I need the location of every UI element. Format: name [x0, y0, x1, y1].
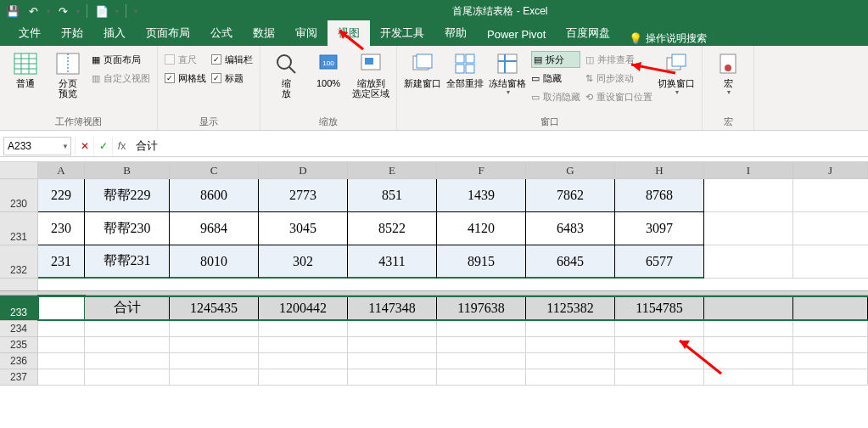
cell[interactable]: 8600	[170, 179, 259, 212]
zoomtosel-button[interactable]: 缩放到 选定区域	[352, 49, 389, 99]
cell[interactable]: 1154785	[615, 296, 704, 321]
cell[interactable]	[615, 353, 704, 369]
row-header-active[interactable]: 233	[0, 296, 38, 321]
ruler-checkbox[interactable]: 直尺	[165, 51, 206, 68]
cell[interactable]	[793, 245, 868, 279]
cell[interactable]	[704, 353, 793, 369]
cell[interactable]	[704, 179, 793, 212]
cell[interactable]	[704, 245, 793, 279]
pagelayout-button[interactable]: ▦页面布局	[92, 51, 150, 68]
redo-icon[interactable]: ↷	[55, 3, 70, 19]
chevron-down-icon[interactable]: ▼	[62, 143, 69, 150]
cell[interactable]	[348, 369, 437, 386]
unhide-button[interactable]: ▭取消隐藏	[531, 88, 580, 105]
col-header-j[interactable]: J	[793, 162, 868, 178]
cell[interactable]	[793, 369, 868, 386]
chevron-down-icon[interactable]: ▾	[76, 8, 80, 15]
cell[interactable]	[526, 321, 615, 337]
cell[interactable]	[259, 337, 348, 353]
cell[interactable]	[437, 337, 526, 353]
tab-file[interactable]: 文件	[8, 20, 51, 46]
col-header-c[interactable]: C	[170, 162, 259, 178]
cell[interactable]	[259, 321, 348, 337]
cell[interactable]	[526, 353, 615, 369]
cell[interactable]	[793, 337, 868, 353]
row-header[interactable]: 230	[0, 179, 38, 212]
cell[interactable]: 2773	[259, 179, 348, 212]
cell[interactable]	[615, 321, 704, 337]
cell[interactable]: 帮帮231	[85, 245, 170, 279]
save-icon[interactable]: 💾	[5, 3, 20, 19]
tab-powerpivot[interactable]: Power Pivot	[477, 23, 556, 46]
syncscroll-button[interactable]: ⇅同步滚动	[585, 70, 652, 87]
formulabar-checkbox[interactable]: ✓编辑栏	[211, 51, 253, 68]
cell[interactable]	[704, 321, 793, 337]
cell[interactable]: 851	[348, 179, 437, 212]
cell[interactable]	[348, 337, 437, 353]
col-header-h[interactable]: H	[615, 162, 704, 178]
cell[interactable]: 4311	[348, 245, 437, 279]
freeze-button[interactable]: 冻结窗格 ▾	[489, 49, 526, 96]
spreadsheet-grid[interactable]: A B C D E F G H I J 230 229 帮帮229 8600 2…	[0, 162, 868, 386]
col-header-i[interactable]: I	[704, 162, 793, 178]
cell[interactable]	[437, 369, 526, 386]
cell[interactable]	[259, 353, 348, 369]
col-header-a[interactable]: A	[38, 162, 85, 178]
cell[interactable]	[793, 212, 868, 245]
customview-button[interactable]: ▥自定义视图	[92, 70, 150, 87]
col-header-g[interactable]: G	[526, 162, 615, 178]
cell[interactable]	[38, 353, 85, 369]
cell[interactable]	[526, 337, 615, 353]
confirm-icon[interactable]: ✓	[93, 137, 112, 155]
cell[interactable]: 1147348	[348, 296, 437, 321]
formula-input[interactable]	[131, 137, 868, 155]
cell[interactable]: 1439	[437, 179, 526, 212]
split-button[interactable]: ▤拆分	[531, 51, 580, 68]
cell[interactable]: 帮帮230	[85, 212, 170, 245]
cell[interactable]	[38, 369, 85, 386]
cell[interactable]	[793, 353, 868, 369]
cell[interactable]: 8522	[348, 212, 437, 245]
cell[interactable]: 3045	[259, 212, 348, 245]
cell[interactable]: 6845	[526, 245, 615, 279]
cell[interactable]: 9684	[170, 212, 259, 245]
cell[interactable]	[704, 369, 793, 386]
cell[interactable]: 合计	[85, 296, 170, 321]
active-cell[interactable]	[38, 296, 85, 321]
cell[interactable]	[170, 353, 259, 369]
tab-home[interactable]: 开始	[51, 20, 93, 46]
cell[interactable]	[170, 337, 259, 353]
cell[interactable]: 1245435	[170, 296, 259, 321]
cell[interactable]	[85, 321, 170, 337]
macros-button[interactable]: 宏 ▾	[709, 49, 747, 96]
tab-developer[interactable]: 开发工具	[370, 20, 434, 46]
cell[interactable]	[526, 369, 615, 386]
tab-data[interactable]: 数据	[243, 20, 285, 46]
cell[interactable]: 8915	[437, 245, 526, 279]
cell[interactable]	[38, 337, 85, 353]
cell[interactable]	[704, 212, 793, 245]
hide-button[interactable]: ▭隐藏	[531, 70, 580, 87]
cell[interactable]	[704, 296, 793, 321]
cell[interactable]: 6577	[615, 245, 704, 279]
pagebreak-button[interactable]: 分页 预览	[49, 49, 87, 99]
cell[interactable]: 1200442	[259, 296, 348, 321]
sidebyside-button[interactable]: ◫并排查看	[585, 51, 652, 68]
cell[interactable]: 7862	[526, 179, 615, 212]
cell[interactable]	[615, 369, 704, 386]
cell[interactable]	[704, 337, 793, 353]
tell-me-search[interactable]: 💡 操作说明搜索	[629, 31, 707, 46]
row-header[interactable]: 236	[0, 353, 38, 369]
tab-help[interactable]: 帮助	[434, 20, 477, 46]
cell[interactable]	[793, 296, 868, 321]
cell[interactable]: 4120	[437, 212, 526, 245]
chevron-down-icon[interactable]: ▾	[47, 8, 50, 15]
cell[interactable]	[38, 321, 85, 337]
resetpos-button[interactable]: ⟲重设窗口位置	[585, 88, 652, 105]
cell[interactable]	[85, 337, 170, 353]
chevron-down-icon[interactable]: ▾	[115, 8, 119, 15]
tab-formulas[interactable]: 公式	[200, 20, 243, 46]
zoom100-button[interactable]: 100 100%	[310, 49, 347, 88]
select-all-corner[interactable]	[0, 162, 38, 178]
cell[interactable]	[615, 337, 704, 353]
